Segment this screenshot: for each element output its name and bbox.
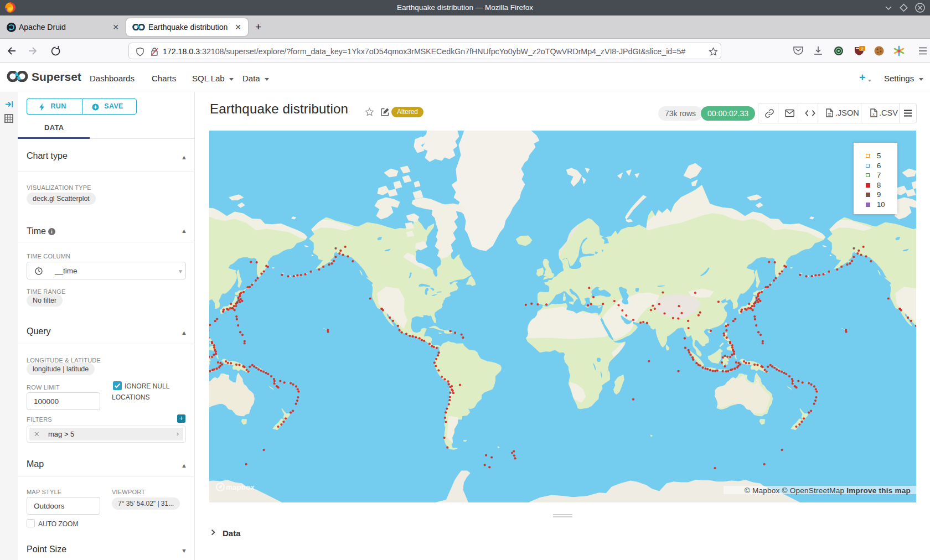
svg-text:x: x: [872, 112, 875, 116]
svg-text:2: 2: [861, 46, 864, 51]
svg-text:mapbox: mapbox: [226, 483, 255, 491]
